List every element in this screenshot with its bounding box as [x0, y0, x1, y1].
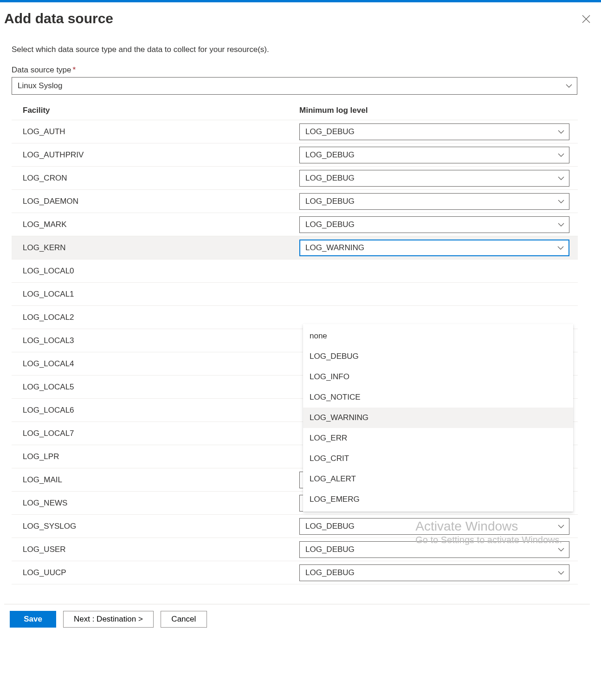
chevron-down-icon: [566, 84, 572, 88]
log-level-select[interactable]: LOG_DEBUG: [299, 123, 569, 140]
log-level-option[interactable]: LOG_NOTICE: [303, 387, 573, 408]
log-level-select[interactable]: LOG_DEBUG: [299, 193, 569, 210]
level-cell: LOG_DEBUG: [299, 564, 578, 581]
table-row: LOG_LOCAL0: [12, 259, 578, 283]
log-level-value: LOG_DEBUG: [305, 220, 355, 229]
table-header: Facility Minimum log level: [12, 101, 578, 120]
facility-cell: LOG_DAEMON: [23, 197, 299, 206]
chevron-down-icon: [558, 547, 564, 552]
facility-cell: LOG_USER: [23, 545, 299, 554]
chevron-down-icon: [558, 176, 564, 181]
log-level-option[interactable]: LOG_INFO: [303, 367, 573, 387]
facility-cell: LOG_MARK: [23, 220, 299, 229]
log-level-value: LOG_DEBUG: [305, 197, 355, 206]
table-row: LOG_DAEMONLOG_DEBUG: [12, 190, 578, 213]
table-row: LOG_MARKLOG_DEBUG: [12, 213, 578, 236]
data-source-type-value: Linux Syslog: [18, 81, 62, 91]
level-cell: LOG_DEBUG: [299, 518, 578, 535]
log-level-value: LOG_DEBUG: [305, 127, 355, 136]
level-cell: LOG_DEBUG: [299, 216, 578, 233]
panel-title: Add data source: [4, 11, 590, 26]
facility-cell: LOG_AUTH: [23, 127, 299, 136]
table-row: LOG_CRONLOG_DEBUG: [12, 167, 578, 190]
close-icon: [582, 12, 590, 26]
panel-footer: Save Next : Destination > Cancel: [4, 604, 590, 634]
next-destination-button[interactable]: Next : Destination >: [63, 611, 154, 628]
chevron-down-icon: [558, 222, 564, 227]
log-level-option[interactable]: LOG_DEBUG: [303, 346, 573, 367]
facility-cell: LOG_NEWS: [23, 499, 299, 508]
log-level-option[interactable]: none: [303, 326, 573, 346]
facility-cell: LOG_AUTHPRIV: [23, 150, 299, 160]
facility-cell: LOG_MAIL: [23, 475, 299, 485]
chevron-down-icon: [558, 524, 564, 529]
save-button[interactable]: Save: [10, 611, 56, 628]
facility-cell: LOG_LOCAL2: [23, 313, 299, 322]
table-row: LOG_SYSLOGLOG_DEBUG: [12, 515, 578, 538]
log-level-option[interactable]: LOG_EMERG: [303, 489, 573, 510]
facility-cell: LOG_LOCAL7: [23, 429, 299, 438]
level-cell: LOG_DEBUG: [299, 170, 578, 187]
facility-cell: LOG_LOCAL3: [23, 336, 299, 345]
log-level-select[interactable]: LOG_DEBUG: [299, 518, 569, 535]
log-level-value: LOG_DEBUG: [305, 568, 355, 577]
facility-cell: LOG_LOCAL5: [23, 382, 299, 392]
facility-cell: LOG_KERN: [23, 243, 299, 253]
chevron-down-icon: [557, 246, 564, 250]
add-data-source-panel: Add data source Select which data source…: [0, 2, 601, 634]
column-header-min-log-level: Minimum log level: [299, 106, 578, 115]
log-level-select[interactable]: LOG_WARNING: [299, 240, 569, 256]
log-level-option[interactable]: LOG_WARNING: [303, 408, 573, 428]
log-level-value: LOG_DEBUG: [305, 150, 355, 160]
data-source-type-select[interactable]: Linux Syslog: [12, 77, 577, 95]
chevron-down-icon: [558, 199, 564, 204]
log-level-option[interactable]: LOG_ERR: [303, 428, 573, 448]
table-row: LOG_USERLOG_DEBUG: [12, 538, 578, 561]
facility-cell: LOG_LOCAL4: [23, 359, 299, 369]
chevron-down-icon: [558, 570, 564, 575]
level-cell: LOG_DEBUG: [299, 541, 578, 558]
required-asterisk: *: [73, 65, 76, 74]
level-cell: LOG_DEBUG: [299, 193, 578, 210]
chevron-down-icon: [558, 153, 564, 157]
log-level-select[interactable]: LOG_DEBUG: [299, 564, 569, 581]
chevron-down-icon: [558, 130, 564, 134]
panel-content: Select which data source type and the da…: [4, 45, 590, 584]
facility-cell: LOG_LPR: [23, 452, 299, 461]
facility-cell: LOG_UUCP: [23, 568, 299, 577]
panel-description: Select which data source type and the da…: [12, 45, 582, 54]
cancel-button[interactable]: Cancel: [161, 611, 207, 628]
facility-cell: LOG_CRON: [23, 174, 299, 183]
facility-cell: LOG_LOCAL6: [23, 406, 299, 415]
facility-cell: LOG_LOCAL0: [23, 266, 299, 276]
column-header-facility: Facility: [23, 106, 299, 115]
level-cell: LOG_WARNING: [299, 240, 578, 256]
facility-cell: LOG_SYSLOG: [23, 522, 299, 531]
table-row: LOG_UUCPLOG_DEBUG: [12, 561, 578, 584]
facility-cell: LOG_LOCAL1: [23, 290, 299, 299]
log-level-select[interactable]: LOG_DEBUG: [299, 170, 569, 187]
log-level-dropdown-menu: noneLOG_DEBUGLOG_INFOLOG_NOTICELOG_WARNI…: [303, 324, 573, 512]
log-level-value: LOG_DEBUG: [305, 174, 355, 183]
level-cell: LOG_DEBUG: [299, 147, 578, 163]
log-level-value: LOG_DEBUG: [305, 522, 355, 531]
log-level-value: LOG_WARNING: [305, 243, 364, 253]
data-source-type-label: Data source type*: [12, 65, 582, 75]
log-level-option[interactable]: LOG_CRIT: [303, 448, 573, 469]
table-row: LOG_AUTHLOG_DEBUG: [12, 120, 578, 143]
table-row: LOG_LOCAL1: [12, 283, 578, 306]
log-level-select[interactable]: LOG_DEBUG: [299, 216, 569, 233]
table-row: LOG_KERNLOG_WARNING: [12, 236, 578, 259]
log-level-select[interactable]: LOG_DEBUG: [299, 541, 569, 558]
table-row: LOG_AUTHPRIVLOG_DEBUG: [12, 143, 578, 167]
log-level-select[interactable]: LOG_DEBUG: [299, 147, 569, 163]
log-level-option[interactable]: LOG_ALERT: [303, 469, 573, 489]
close-button[interactable]: [579, 12, 594, 26]
log-level-value: LOG_DEBUG: [305, 545, 355, 554]
level-cell: LOG_DEBUG: [299, 123, 578, 140]
